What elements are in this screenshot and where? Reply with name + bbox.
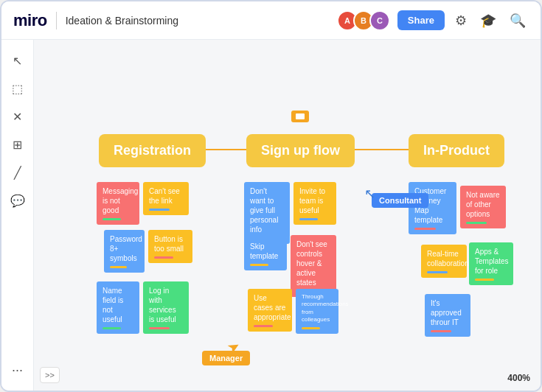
sticky-password[interactable]: Password 8+ symbols bbox=[104, 230, 145, 273]
sticky-login[interactable]: Log in with services is useful bbox=[143, 281, 189, 334]
header-right: A B C Share ⚙ 🎓 🔍 bbox=[337, 10, 529, 32]
delete-tool[interactable]: ✕ bbox=[6, 105, 29, 128]
sticky-bar bbox=[427, 271, 448, 273]
sticky-controls[interactable]: Don't see controls hover & active states bbox=[291, 235, 336, 297]
sticky-bar bbox=[475, 279, 494, 281]
sticky-not-aware[interactable]: Not aware of other options bbox=[460, 186, 506, 228]
sticky-bar bbox=[149, 209, 170, 211]
zoom-level: 400% bbox=[507, 373, 530, 383]
sticky-approved[interactable]: It's approved throur IT bbox=[425, 294, 470, 337]
sticky-bar bbox=[299, 218, 318, 220]
frame-tool[interactable]: ⬚ bbox=[6, 77, 29, 100]
settings-icon[interactable]: ⚙ bbox=[452, 10, 470, 32]
sticky-usecases[interactable]: Use cases are appropriate bbox=[248, 289, 292, 332]
grid-tool[interactable]: ⊞ bbox=[6, 133, 29, 156]
sticky-bar bbox=[110, 266, 127, 268]
app-container: miro Ideation & Brainstorming A B C Shar… bbox=[0, 0, 542, 392]
header-divider bbox=[56, 12, 57, 29]
header: miro Ideation & Brainstorming A B C Shar… bbox=[1, 1, 541, 40]
sticky-bar bbox=[414, 228, 436, 230]
consultant-label[interactable]: Consultant bbox=[372, 193, 428, 208]
sticky-bar bbox=[103, 218, 121, 220]
avatar-3[interactable]: C bbox=[369, 10, 390, 31]
sticky-messaging[interactable]: Messaging is not good bbox=[97, 182, 139, 225]
category-signup[interactable]: Sign up flow bbox=[246, 134, 355, 167]
sticky-invite[interactable]: Invite to team is useful bbox=[293, 182, 336, 225]
category-inproduct[interactable]: In-Product bbox=[409, 134, 504, 167]
sticky-colleagues[interactable]: Through recommendations from colleagues bbox=[296, 289, 338, 334]
line-tool[interactable]: ╱ bbox=[6, 161, 29, 184]
main: ↖ ⬚ ✕ ⊞ ╱ 💬 ··· Registration Sign bbox=[1, 40, 541, 391]
more-tools[interactable]: ··· bbox=[6, 358, 29, 382]
sticky-bar bbox=[103, 327, 121, 329]
avatars: A B C bbox=[337, 10, 390, 31]
sticky-personal-info[interactable]: Don't want to give full personal info bbox=[244, 182, 290, 244]
graduate-icon[interactable]: 🎓 bbox=[477, 10, 499, 32]
sticky-bar bbox=[149, 327, 170, 329]
sticky-button-small[interactable]: Button is too small bbox=[148, 230, 192, 263]
sticky-bar bbox=[254, 325, 273, 327]
left-toolbar: ↖ ⬚ ✕ ⊞ ╱ 💬 ··· bbox=[1, 40, 34, 391]
sticky-skip[interactable]: Skip template bbox=[244, 237, 287, 270]
select-tool[interactable]: ↖ bbox=[6, 49, 29, 72]
sticky-apps[interactable]: Apps & Templates for role bbox=[469, 242, 513, 285]
collapse-button[interactable]: >> bbox=[40, 367, 60, 383]
canvas[interactable]: Registration Sign up flow In-Product Mes… bbox=[34, 40, 541, 391]
search-icon[interactable]: 🔍 bbox=[507, 10, 529, 32]
logo: miro bbox=[13, 11, 47, 30]
sticky-realtime[interactable]: Real-time collaboration bbox=[421, 245, 467, 278]
cursor-icon: ↖ bbox=[364, 186, 375, 202]
sticky-bar bbox=[154, 256, 173, 259]
board-title: Ideation & Brainstorming bbox=[66, 15, 328, 27]
sticky-journey-map[interactable]: Customer Journey Map template bbox=[409, 182, 456, 234]
sticky-bar bbox=[466, 222, 487, 224]
sticky-bar bbox=[302, 327, 320, 329]
sticky-bar bbox=[431, 330, 451, 332]
flow-icon bbox=[291, 111, 309, 122]
sticky-cant-see[interactable]: Can't see the link bbox=[143, 182, 189, 215]
category-registration[interactable]: Registration bbox=[99, 134, 206, 167]
comment-tool[interactable]: 💬 bbox=[6, 189, 29, 212]
sticky-name-field[interactable]: Name field is not useful bbox=[97, 281, 139, 334]
manager-label[interactable]: Manager bbox=[202, 351, 250, 365]
share-button[interactable]: Share bbox=[397, 10, 445, 30]
sticky-bar bbox=[250, 264, 268, 266]
